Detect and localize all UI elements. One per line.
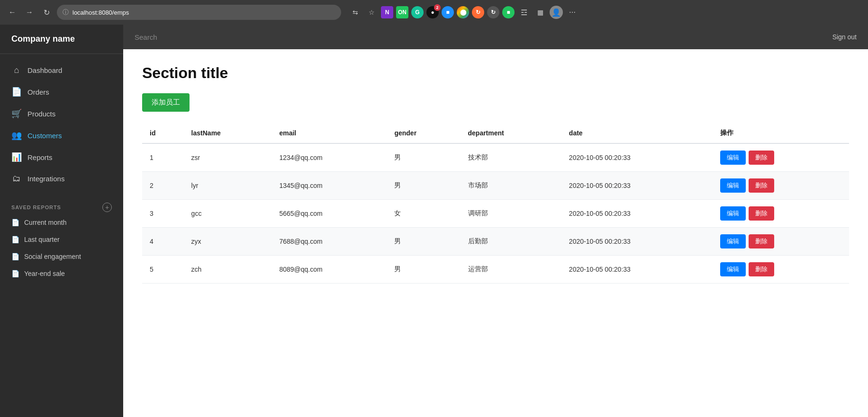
address-bar[interactable]: ⓘ localhost:8080/emps [57, 5, 341, 20]
sidebar: Company name ⌂ Dashboard 📄 Orders 🛒 Prod… [0, 25, 123, 417]
col-email: email [271, 123, 387, 143]
redot-ext-icon[interactable]: ● 2 [426, 6, 439, 18]
saved-report-year-end-sale[interactable]: 📄 Year-end sale [0, 265, 123, 282]
products-icon: 🛒 [11, 108, 22, 119]
sidebar-item-integrations[interactable]: 🗂 Integrations [0, 168, 123, 189]
translate-icon[interactable]: ⇆ [349, 6, 362, 19]
cell-date: 2020-10-05 00:20:33 [561, 256, 713, 284]
ext7-icon[interactable]: ↻ [472, 6, 484, 18]
delete-button[interactable]: 删除 [749, 262, 774, 276]
saved-report-label: Year-end sale [24, 270, 65, 277]
table-row: 2 lyr 1345@qq.com 男 市场部 2020-10-05 00:20… [142, 172, 849, 200]
edit-button[interactable]: 编辑 [720, 262, 746, 276]
sidebar-item-label: Orders [27, 88, 49, 96]
cell-actions: 编辑 删除 [713, 172, 849, 200]
sidebar-item-dashboard[interactable]: ⌂ Dashboard [0, 60, 123, 81]
cell-lastname: zch [184, 256, 272, 284]
reload-button[interactable]: ↻ [40, 6, 53, 19]
sidebar-brand: Company name [0, 25, 123, 54]
top-bar: Sign out [123, 25, 868, 49]
cell-email: 1234@qq.com [271, 143, 387, 172]
cell-email: 1345@qq.com [271, 172, 387, 200]
add-employee-button[interactable]: 添加员工 [142, 93, 190, 112]
cell-id: 4 [142, 228, 184, 256]
cell-lastname: zyx [184, 228, 272, 256]
cell-id: 5 [142, 256, 184, 284]
action-buttons: 编辑 删除 [720, 178, 841, 193]
sidebar-item-reports[interactable]: 📊 Reports [0, 146, 123, 168]
sidebar-item-label: Reports [27, 153, 53, 161]
cell-date: 2020-10-05 00:20:33 [561, 200, 713, 228]
cell-id: 3 [142, 200, 184, 228]
reports-icon: 📊 [11, 152, 22, 162]
profile-avatar[interactable]: 👤 [550, 6, 563, 19]
sidebar-item-label: Integrations [27, 175, 64, 183]
saved-reports-list: 📄 Current month 📄 Last quarter 📄 Social … [0, 214, 123, 282]
saved-report-current-month[interactable]: 📄 Current month [0, 214, 123, 231]
col-lastname: lastName [184, 123, 272, 143]
edit-button[interactable]: 编辑 [720, 234, 746, 248]
saved-report-social-engagement[interactable]: 📄 Social engagement [0, 248, 123, 265]
table-row: 1 zsr 1234@qq.com 男 技术部 2020-10-05 00:20… [142, 143, 849, 172]
edit-button[interactable]: 编辑 [720, 206, 746, 221]
orders-icon: 📄 [11, 87, 22, 97]
sidebar-item-customers[interactable]: 👥 Customers [0, 124, 123, 146]
sidebar-item-label: Dashboard [27, 66, 62, 74]
delete-button[interactable]: 删除 [749, 151, 774, 165]
grammarly-ext-icon[interactable]: G [411, 6, 424, 18]
edit-button[interactable]: 编辑 [720, 178, 746, 193]
onenote-ext-icon[interactable]: N [381, 6, 393, 18]
star-icon[interactable]: ☲ [517, 6, 531, 19]
url-text: localhost:8080/emps [72, 9, 129, 16]
saved-report-label: Current month [24, 219, 66, 226]
search-input[interactable] [135, 33, 277, 41]
ext6-icon[interactable]: ⬤ [457, 6, 469, 18]
cell-department: 市场部 [461, 172, 561, 200]
cell-gender: 男 [387, 143, 460, 172]
edit-button[interactable]: 编辑 [720, 151, 746, 165]
cell-gender: 男 [387, 256, 460, 284]
delete-button[interactable]: 删除 [749, 178, 774, 193]
collections-icon[interactable]: ▦ [533, 6, 547, 19]
cell-date: 2020-10-05 00:20:33 [561, 172, 713, 200]
sidebar-item-label: Products [27, 110, 55, 118]
cell-department: 调研部 [461, 200, 561, 228]
cell-department: 运营部 [461, 256, 561, 284]
sidebar-item-orders[interactable]: 📄 Orders [0, 81, 123, 103]
back-button[interactable]: ← [6, 6, 19, 19]
table-row: 4 zyx 7688@qq.com 男 后勤部 2020-10-05 00:20… [142, 228, 849, 256]
cell-date: 2020-10-05 00:20:33 [561, 143, 713, 172]
ext8-icon[interactable]: ↻ [487, 6, 499, 18]
delete-button[interactable]: 删除 [749, 234, 774, 248]
saved-report-last-quarter[interactable]: 📄 Last quarter [0, 231, 123, 248]
cell-actions: 编辑 删除 [713, 228, 849, 256]
table-body: 1 zsr 1234@qq.com 男 技术部 2020-10-05 00:20… [142, 143, 849, 284]
employees-table: id lastName email gender department date… [142, 123, 849, 284]
sidebar-item-products[interactable]: 🛒 Products [0, 103, 123, 124]
browser-chrome: ← → ↻ ⓘ localhost:8080/emps ⇆ ☆ N ON G ●… [0, 0, 868, 25]
ext9-icon[interactable]: ■ [502, 6, 515, 18]
forward-button[interactable]: → [23, 6, 36, 19]
col-actions: 操作 [713, 123, 849, 143]
action-buttons: 编辑 删除 [720, 234, 841, 248]
add-saved-report-button[interactable]: + [102, 203, 112, 212]
info-icon: ⓘ [63, 8, 69, 17]
cell-gender: 男 [387, 172, 460, 200]
sign-out-button[interactable]: Sign out [832, 33, 857, 41]
sidebar-nav: ⌂ Dashboard 📄 Orders 🛒 Products 👥 Custom… [0, 54, 123, 195]
integrations-icon: 🗂 [11, 174, 22, 184]
cell-email: 8089@qq.com [271, 256, 387, 284]
bookmark-icon[interactable]: ☆ [365, 6, 378, 19]
cell-id: 2 [142, 172, 184, 200]
action-buttons: 编辑 删除 [720, 151, 841, 165]
delete-button[interactable]: 删除 [749, 206, 774, 221]
cell-department: 技术部 [461, 143, 561, 172]
more-options-icon[interactable]: ⋯ [566, 6, 579, 19]
cell-gender: 女 [387, 200, 460, 228]
col-id: id [142, 123, 184, 143]
cell-gender: 男 [387, 228, 460, 256]
saved-report-label: Social engagement [24, 253, 81, 260]
ext5-icon[interactable]: ■ [442, 6, 454, 18]
toggle-ext-icon[interactable]: ON [396, 6, 408, 18]
col-department: department [461, 123, 561, 143]
